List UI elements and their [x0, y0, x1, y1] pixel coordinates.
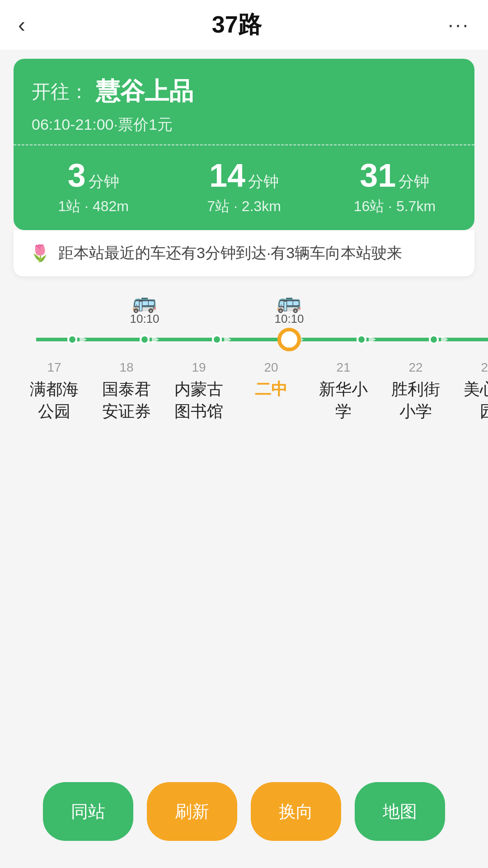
station-col[interactable]: 23美心花园	[452, 360, 488, 422]
station-col[interactable]: 21新华小学	[307, 360, 380, 422]
arrival-unit-3: 分钟	[399, 171, 429, 192]
station-dot	[429, 335, 439, 344]
stations-labels-row: 17满都海公园18国泰君安证券19内蒙古图书馆20二中21新华小学22胜利街小学…	[18, 360, 488, 422]
station-col[interactable]: 18国泰君安证券	[90, 360, 163, 422]
track-arrow	[80, 335, 87, 344]
current-station-dot	[277, 328, 301, 351]
station-dot	[140, 335, 150, 344]
back-button[interactable]: ‹	[18, 14, 25, 36]
station-number: 20	[264, 360, 278, 375]
station-dot	[212, 335, 222, 344]
station-col[interactable]: 22胜利街小学	[380, 360, 452, 422]
station-name: 二中	[255, 378, 287, 401]
schedule-text: 06:10-21:00·票价1元	[32, 114, 456, 135]
track-arrow	[152, 335, 159, 344]
station-name: 胜利街小学	[384, 378, 447, 422]
bus-marker: 🚌10:10	[130, 292, 159, 326]
route-track-wrapper: 🚌10:10🚌10:10🚌10:117满都海公园18国泰君安证券19内蒙古图书馆…	[0, 281, 488, 422]
arrival-detail-1: 1站 · 482m	[58, 197, 129, 217]
track-arrow	[441, 335, 448, 344]
bus-icon: 🚌	[277, 292, 301, 312]
bus-time: 10:10	[130, 312, 159, 326]
arrival-grid: 3 分钟 1站 · 482m 14 分钟 7站 · 2.3km 31 分钟 16…	[14, 146, 474, 230]
arrival-unit-2: 分钟	[248, 171, 279, 192]
arrival-unit-1: 分钟	[89, 171, 119, 192]
arrival-minutes-3: 31	[360, 159, 396, 192]
refresh-button[interactable]: 刷新	[147, 782, 237, 841]
station-number: 18	[119, 360, 133, 375]
map-button[interactable]: 地图	[355, 782, 445, 841]
station-name: 内蒙古图书馆	[167, 378, 230, 422]
station-number: 23	[481, 360, 488, 375]
station-col[interactable]: 20二中	[235, 360, 307, 422]
track-row	[18, 326, 488, 353]
station-number: 21	[336, 360, 350, 375]
station-number: 19	[192, 360, 206, 375]
same-stop-button[interactable]: 同站	[43, 782, 133, 841]
arrival-detail-2: 7站 · 2.3km	[207, 197, 281, 217]
arrival-detail-3: 16站 · 5.7km	[354, 197, 436, 217]
station-col[interactable]: 19内蒙古图书馆	[163, 360, 235, 422]
destination-label: 开往：	[32, 79, 89, 104]
bus-time: 10:10	[274, 312, 304, 326]
info-card-top: 开往： 慧谷上品 06:10-21:00·票价1元	[14, 59, 474, 144]
buses-row: 🚌10:10🚌10:10🚌10:1	[18, 281, 488, 326]
station-name: 国泰君安证券	[95, 378, 158, 422]
bottom-bar: 同站 刷新 换向 地图	[0, 782, 488, 841]
notice-icon: 🌷	[30, 244, 50, 263]
direction-button[interactable]: 换向	[251, 782, 341, 841]
track-arrow	[369, 335, 376, 344]
station-number: 17	[47, 360, 61, 375]
destination-name: 慧谷上品	[96, 75, 193, 108]
track-arrow	[224, 335, 231, 344]
station-name: 新华小学	[312, 378, 375, 422]
notice-bar: 🌷 距本站最近的车还有3分钟到达·有3辆车向本站驶来	[14, 230, 474, 276]
arrival-item-2: 14 分钟 7站 · 2.3km	[169, 159, 319, 217]
arrival-item-1: 3 分钟 1站 · 482m	[18, 159, 169, 217]
arrival-minutes-1: 3	[68, 159, 86, 192]
destination-row: 开往： 慧谷上品	[32, 75, 456, 108]
track-line	[36, 338, 488, 341]
station-dot	[67, 335, 77, 344]
header: ‹ 37路 ···	[0, 0, 488, 50]
station-name: 满都海公园	[23, 378, 86, 422]
info-card: 开往： 慧谷上品 06:10-21:00·票价1元 3 分钟 1站 · 482m…	[14, 59, 474, 230]
arrival-item-3: 31 分钟 16站 · 5.7km	[319, 159, 470, 217]
station-name: 美心花园	[456, 378, 488, 422]
bus-icon: 🚌	[132, 292, 157, 312]
station-dot	[357, 335, 366, 344]
arrival-minutes-2: 14	[209, 159, 245, 192]
station-col[interactable]: 17满都海公园	[18, 360, 90, 422]
bus-marker: 🚌10:10	[274, 292, 304, 326]
station-number: 22	[408, 360, 422, 375]
route-section[interactable]: 🚌10:10🚌10:10🚌10:117满都海公园18国泰君安证券19内蒙古图书馆…	[0, 276, 488, 422]
notice-text: 距本站最近的车还有3分钟到达·有3辆车向本站驶来	[58, 243, 402, 264]
more-button[interactable]: ···	[448, 14, 470, 36]
page-title: 37路	[212, 9, 262, 41]
